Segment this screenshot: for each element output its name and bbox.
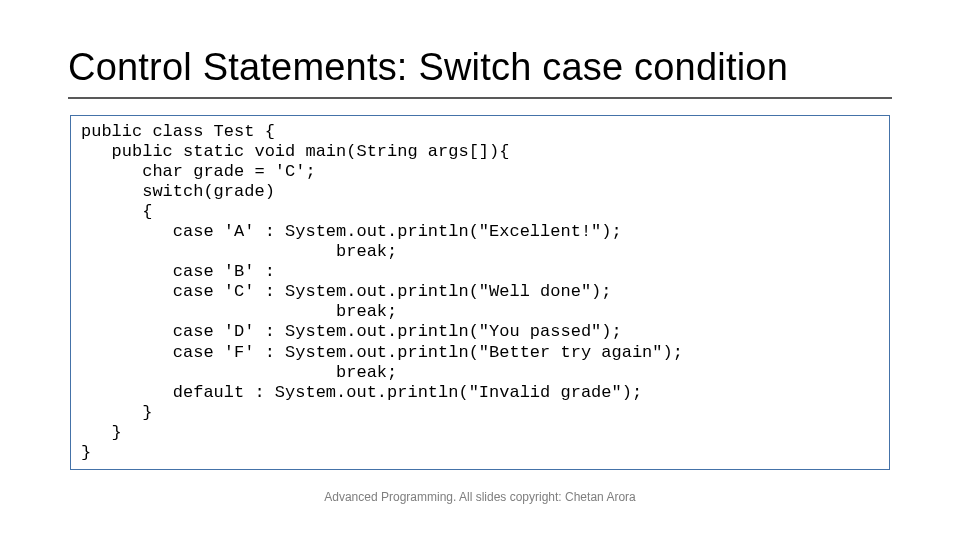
code-block: public class Test { public static void m… bbox=[70, 115, 890, 470]
footer-text: Advanced Programming. All slides copyrig… bbox=[0, 490, 960, 504]
slide-title: Control Statements: Switch case conditio… bbox=[68, 46, 892, 89]
slide: Control Statements: Switch case conditio… bbox=[0, 0, 960, 540]
title-underline bbox=[68, 97, 892, 99]
